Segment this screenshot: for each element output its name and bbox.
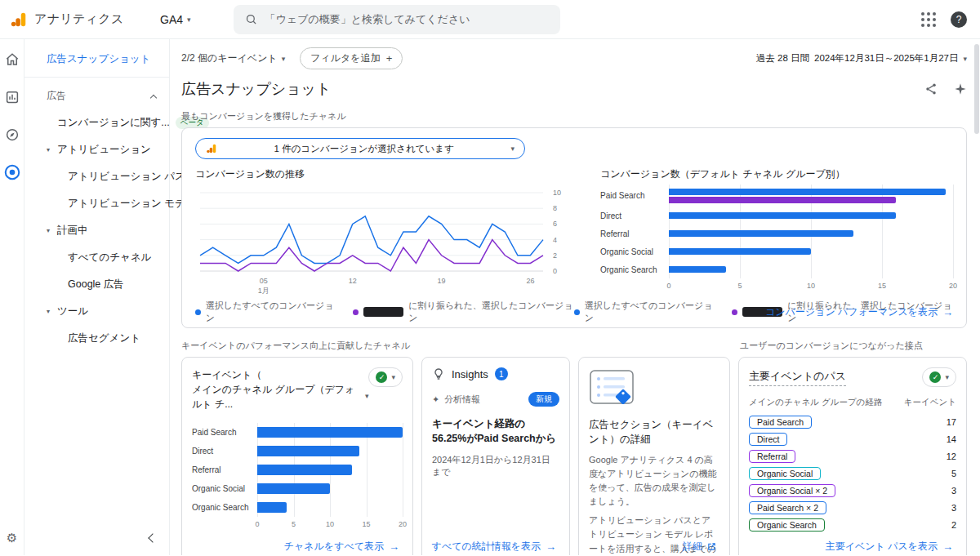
learn-card-title: 広告セクション（キーイベント）の詳細	[589, 417, 719, 447]
sidenav-item[interactable]: Google 広告	[24, 271, 169, 298]
bar-category-label: Organic Search	[600, 260, 669, 278]
search-placeholder: 「ウェブの概要」と検索してみてください	[265, 12, 470, 27]
bar-row	[669, 185, 953, 207]
sidenav-item[interactable]: ▾計画中	[24, 217, 169, 244]
conversions-by-channel-chart: Paid SearchDirectReferralOrganic SocialO…	[600, 185, 953, 291]
main-content: 2/2 個のキーイベント ▾ フィルタを追加 + 過去 28 日間 2024年1…	[170, 39, 980, 555]
lightbulb-icon	[432, 367, 445, 380]
insights-subtitle: 分析情報	[444, 394, 480, 406]
axis-tick: 15	[362, 520, 370, 528]
key-events-selector[interactable]: 2/2 個のキーイベント ▾	[181, 51, 285, 65]
add-filter-chip[interactable]: フィルタを追加 +	[300, 47, 403, 69]
key-event-filter-dropdown[interactable]: ✓ ▾	[922, 367, 956, 387]
axis-tick: 15	[878, 282, 886, 290]
key-event-count: 2	[951, 520, 956, 530]
gridline	[953, 185, 954, 278]
collapse-section-icon	[150, 94, 157, 100]
svg-text:05: 05	[260, 277, 268, 285]
conversion-selector-dropdown[interactable]: 1 件のコンバージョンが選択されています ▾	[195, 138, 525, 159]
line-chart-svg: 0246810051月121926	[195, 185, 572, 297]
insight-headline[interactable]: キーイベント経路の56.25%がPaid Searchから	[432, 416, 559, 446]
collapse-sidenav-icon[interactable]	[149, 532, 156, 544]
apps-grid-icon[interactable]	[921, 12, 936, 27]
channel-chip: Direct	[749, 433, 787, 446]
svg-text:8: 8	[553, 204, 557, 212]
new-badge: 新規	[528, 392, 559, 407]
view-conversion-performance-link[interactable]: コンバージョン パフォーマンスを表示 →	[765, 305, 953, 319]
sidenav-item-label: ツール	[57, 305, 88, 318]
line-chart-legend: 選択したすべてのコンバージョン に割り振られた、選択したコンバージョン	[195, 300, 574, 324]
conversions-snapshot-card: 1 件のコンバージョンが選択されています ▾ コンバージョン数の推移 02468…	[181, 127, 967, 328]
sidenav-item[interactable]: アトリビューション モデル	[24, 190, 169, 217]
sidenav-item[interactable]: すべてのチャネル	[24, 244, 169, 271]
share-icon[interactable]	[924, 82, 938, 96]
paths-card-title: 主要イベントのパス	[749, 369, 846, 386]
chevron-down-icon: ▾	[510, 145, 514, 153]
channel-chip: Organic Social × 2	[749, 484, 835, 497]
view-all-channels-link[interactable]: チャネルをすべて表示 →	[284, 540, 399, 554]
section-label-left: キーイベントのパフォーマンス向上に貢献したチャネル	[181, 340, 410, 352]
key-event-path-row: Paid Search × 23	[749, 499, 956, 516]
bar-row	[669, 207, 953, 225]
chevron-down-icon: ▾	[365, 391, 369, 403]
sidenav-item[interactable]: アトリビューション パス	[24, 163, 169, 190]
section-label-right: ユーザーのコンバージョンにつながった接点	[740, 340, 967, 352]
legend-dot-purple	[732, 309, 737, 315]
vertical-scrollbar[interactable]	[974, 44, 979, 134]
axis-tick: 0	[666, 282, 670, 290]
advertising-icon-active[interactable]	[3, 163, 21, 181]
sidenav-item[interactable]: ▾ツール	[24, 298, 169, 325]
sidenav-item-label: Google 広告	[68, 278, 124, 291]
view-key-event-paths-link[interactable]: 主要イベント パスを表示 →	[826, 540, 953, 554]
explore-icon[interactable]	[3, 126, 21, 144]
bar	[669, 212, 896, 219]
app-header: アナリティクス GA4 ▾ 「ウェブの概要」と検索してみてください ?	[0, 0, 980, 39]
bar-category-label: Organic Search	[192, 498, 257, 517]
search-input[interactable]: 「ウェブの概要」と検索してみてください	[234, 5, 560, 34]
ga4-analytics-app: アナリティクス GA4 ▾ 「ウェブの概要」と検索してみてください ?	[0, 0, 980, 556]
svg-text:10: 10	[553, 189, 561, 197]
key-event-path-row: Referral12	[749, 447, 956, 465]
learn-card-body-1: Google アナリティクス 4 の高度なアトリビューションの機能を使って、広告…	[589, 453, 719, 509]
sidenav-item[interactable]: ▾アトリビューション	[24, 136, 169, 163]
insights-title: Insights	[452, 368, 488, 380]
sidenav-item[interactable]: コンバージョンに関す...ベータ	[24, 109, 169, 136]
bar	[257, 483, 330, 494]
view-all-insights-link[interactable]: すべての統計情報を表示 →	[432, 540, 556, 554]
sidenav-item-label: アトリビューション	[57, 143, 151, 157]
key-event-filter-dropdown[interactable]: ✓ ▾	[368, 367, 403, 387]
svg-text:19: 19	[438, 277, 446, 285]
check-circle-icon: ✓	[929, 371, 941, 383]
key-event-count: 14	[947, 434, 956, 444]
conversions-trend-block: コンバージョン数の推移 0246810051月121926	[195, 167, 572, 300]
bar	[669, 197, 896, 203]
selected-conversion-chip	[363, 307, 404, 317]
home-icon[interactable]	[3, 51, 21, 69]
key-event-count: 5	[951, 469, 956, 478]
paths-column-headers: メインのチャネル グループの経路 キーイベント	[749, 397, 956, 408]
key-event-path-row: Paid Search17	[749, 413, 956, 430]
channel-chip: Organic Search	[749, 518, 825, 532]
property-selector[interactable]: GA4 ▾	[160, 13, 191, 26]
reports-icon[interactable]	[3, 88, 21, 106]
date-range-picker[interactable]: 過去 28 日間 2024年12月31日～2025年1月27日 ▾	[756, 52, 967, 64]
channel-chip: Paid Search	[749, 416, 812, 429]
expand-caret-icon: ▾	[47, 146, 57, 153]
bar	[257, 465, 352, 475]
key-event-path-row: Direct14	[749, 430, 956, 447]
bar	[669, 248, 811, 255]
ga-logo[interactable]: アナリティクス	[10, 11, 160, 29]
learn-more-link[interactable]: 詳細	[683, 540, 716, 554]
bar-chart-title: コンバージョン数（デフォルト チャネル グループ別）	[600, 167, 953, 181]
sidenav-item-ad-snapshot-selected[interactable]: 広告スナップショット	[24, 42, 169, 78]
plus-icon: +	[386, 52, 393, 64]
help-icon[interactable]: ?	[951, 11, 967, 28]
bar-row	[669, 242, 953, 260]
insights-sparkle-icon[interactable]	[954, 82, 967, 96]
sidenav-item[interactable]: 広告セグメント	[24, 325, 169, 352]
date-range-label: 過去 28 日間	[756, 52, 809, 64]
admin-gear-icon[interactable]: ⚙	[7, 531, 17, 545]
sidenav-section-ads[interactable]: 広告	[24, 78, 169, 109]
page-title: 広告スナップショット	[181, 79, 331, 99]
ga-logo-icon	[10, 11, 28, 29]
